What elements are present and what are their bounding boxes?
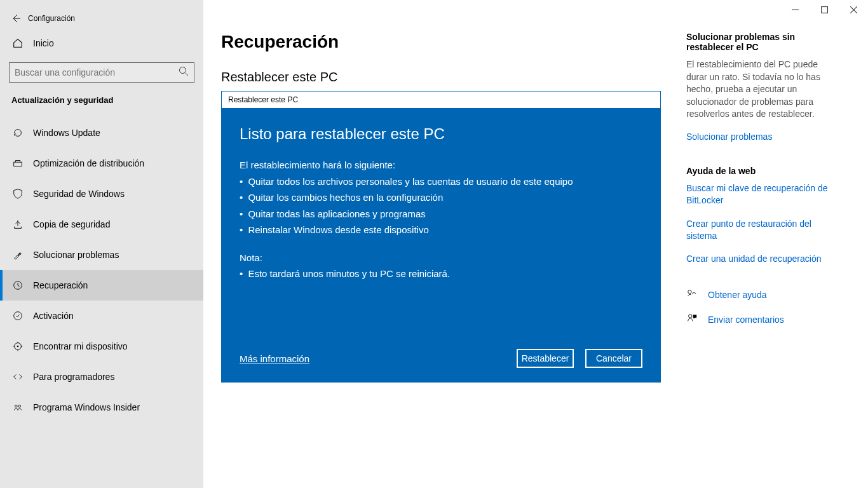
sidebar-item-recovery[interactable]: Recuperación [0, 270, 203, 301]
sidebar-item-label: Programa Windows Insider [33, 402, 140, 412]
sidebar-item-label: Optimización de distribución [33, 158, 144, 168]
rp-link-bitlocker[interactable]: Buscar mi clave de recuperación de BitLo… [686, 182, 836, 207]
location-icon [11, 340, 24, 353]
svg-point-8 [18, 405, 21, 407]
sidebar-item-label: Copia de seguridad [33, 219, 110, 229]
dialog-point: Quitar los cambios hechos en la configur… [240, 189, 642, 206]
svg-point-6 [17, 346, 19, 348]
dialog-note-label: Nota: [240, 250, 642, 266]
minimize-button[interactable] [780, 0, 810, 19]
reset-dialog: Restablecer este PC Listo para restablec… [221, 91, 661, 383]
dialog-titlebar: Restablecer este PC [222, 92, 660, 109]
sidebar-item-windows-update[interactable]: Windows Update [0, 118, 203, 148]
svg-point-9 [688, 290, 691, 294]
sidebar-item-label: Encontrar mi dispositivo [33, 341, 128, 351]
reset-button[interactable]: Restablecer [517, 349, 574, 368]
rp-text-troubleshoot: El restablecimiento del PC puede durar u… [686, 58, 836, 121]
recovery-icon [11, 279, 24, 292]
rp-link-restore-point[interactable]: Crear punto de restauración del sistema [686, 218, 836, 242]
sidebar-item-insider[interactable]: Programa Windows Insider [0, 392, 203, 423]
dialog-text: El restablecimiento hará lo siguiente: Q… [240, 157, 642, 282]
sidebar-item-label: Solucionar problemas [33, 250, 119, 260]
sidebar-home-label: Inicio [33, 38, 54, 48]
sidebar-item-label: Activación [33, 311, 74, 321]
close-button[interactable] [839, 0, 868, 19]
section-heading: Restablecer este PC [221, 70, 661, 85]
backup-icon [11, 218, 24, 231]
developer-icon [11, 370, 24, 383]
sidebar-item-troubleshoot[interactable]: Solucionar problemas [0, 240, 203, 270]
app-title: Configuración [28, 14, 75, 23]
maximize-button[interactable] [810, 0, 839, 19]
insider-icon [11, 401, 24, 414]
page-title: Recuperación [221, 32, 661, 52]
svg-rect-2 [14, 162, 22, 166]
sidebar-item-home[interactable]: Inicio [0, 37, 203, 62]
refresh-icon [11, 126, 24, 139]
right-panel: Solucionar problemas sin restablecer el … [680, 0, 851, 488]
svg-point-10 [689, 315, 692, 318]
sidebar-item-label: Recuperación [33, 280, 88, 290]
get-help-link[interactable]: Obtener ayuda [708, 290, 767, 300]
sidebar-item-activation[interactable]: Activación [0, 301, 203, 331]
main-area: Recuperación Restablecer este PC Restabl… [203, 0, 868, 488]
dialog-point: Quitar todas las aplicaciones y programa… [240, 206, 642, 222]
sidebar-item-label: Para programadores [33, 372, 114, 382]
sidebar-item-find-my-device[interactable]: Encontrar mi dispositivo [0, 331, 203, 362]
sidebar-section-label: Actualización y seguridad [0, 95, 203, 118]
search-icon [179, 66, 189, 79]
home-icon [11, 37, 24, 50]
more-info-link[interactable]: Más información [240, 353, 309, 364]
feedback-icon [686, 313, 700, 326]
dialog-intro: El restablecimiento hará lo siguiente: [240, 157, 642, 173]
get-help-row[interactable]: Obtener ayuda [686, 288, 836, 301]
sidebar-item-label: Seguridad de Windows [33, 189, 125, 199]
search-input[interactable] [15, 67, 167, 78]
wrench-icon [11, 248, 24, 261]
cancel-button[interactable]: Cancelar [585, 349, 642, 368]
svg-rect-0 [821, 6, 827, 13]
svg-point-1 [180, 67, 186, 74]
feedback-link[interactable]: Enviar comentarios [708, 315, 784, 325]
svg-point-7 [15, 405, 18, 407]
rp-link-troubleshoot[interactable]: Solucionar problemas [686, 131, 836, 143]
dialog-note-point: Esto tardará unos minutos y tu PC se rei… [240, 266, 642, 282]
rp-link-recovery-drive[interactable]: Crear una unidad de recuperación [686, 253, 836, 265]
dialog-point: Reinstalar Windows desde este dispositiv… [240, 222, 642, 238]
dialog-heading: Listo para restablecer este PC [240, 125, 642, 143]
svg-point-4 [14, 312, 22, 320]
sidebar-item-backup[interactable]: Copia de seguridad [0, 209, 203, 240]
search-input-wrapper[interactable] [9, 62, 194, 83]
rp-heading-webhelp: Ayuda de la web [686, 166, 836, 176]
activation-icon [11, 309, 24, 322]
sidebar-item-delivery-optimization[interactable]: Optimización de distribución [0, 148, 203, 179]
feedback-row[interactable]: Enviar comentarios [686, 313, 836, 326]
help-icon [686, 288, 700, 301]
delivery-icon [11, 157, 24, 170]
dialog-point: Quitar todos los archivos personales y l… [240, 173, 642, 190]
sidebar: Configuración Inicio Actualización y seg… [0, 0, 203, 488]
sidebar-item-windows-security[interactable]: Seguridad de Windows [0, 179, 203, 209]
shield-icon [11, 187, 24, 200]
back-button[interactable] [6, 9, 25, 28]
sidebar-item-for-developers[interactable]: Para programadores [0, 362, 203, 392]
sidebar-item-label: Windows Update [33, 128, 100, 138]
rp-heading-troubleshoot: Solucionar problemas sin restablecer el … [686, 32, 836, 52]
